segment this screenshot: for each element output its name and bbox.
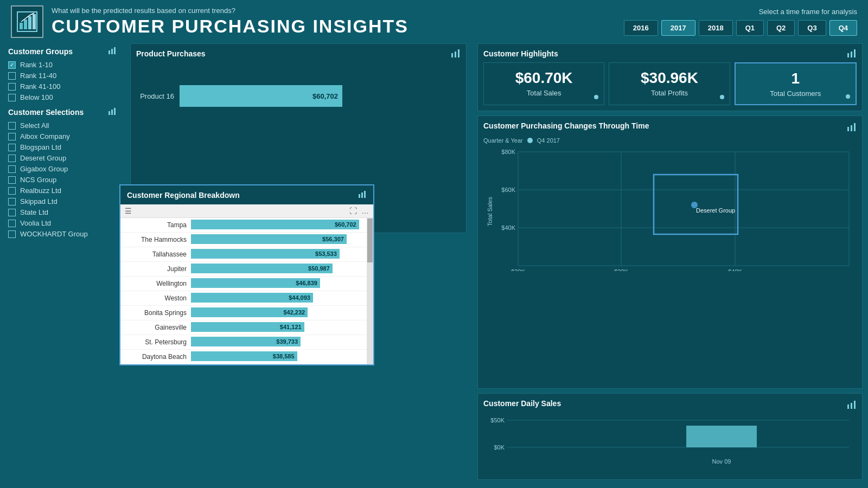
total-profits-label: Total Profits [617, 89, 721, 97]
selection-item[interactable]: State Ltd [8, 208, 117, 216]
selection-item[interactable]: Blogspan Ltd [8, 143, 117, 151]
regional-scrollbar[interactable] [367, 218, 373, 364]
checkbox[interactable] [8, 165, 16, 173]
group-label: Rank 11-40 [20, 72, 56, 80]
year-2018-button[interactable]: 2018 [699, 20, 733, 36]
regional-bar-wrap: $50,987 [191, 264, 368, 274]
svg-rect-11 [451, 53, 453, 57]
svg-rect-50 [364, 191, 366, 198]
group-item[interactable]: Below 100 [8, 93, 117, 101]
svg-rect-18 [851, 125, 852, 131]
regional-bar: $53,533 [191, 249, 340, 259]
selection-label: State Ltd [20, 208, 48, 216]
regional-bar-wrap: $39,733 [191, 337, 368, 348]
regional-body: Tampa $60,702 The Hammocks $56,307 Talla… [120, 218, 373, 364]
maximize-icon[interactable]: ⛶ [349, 207, 357, 215]
svg-rect-41 [854, 401, 856, 409]
selection-item[interactable]: Gigabox Group [8, 165, 117, 173]
checkbox[interactable] [8, 94, 16, 101]
scatter-panel: Customer Purchasing Changes Through Time… [477, 115, 863, 389]
checkbox[interactable] [8, 83, 16, 91]
q1-button[interactable]: Q1 [736, 20, 764, 36]
svg-rect-1 [20, 23, 23, 29]
regional-row: Wellington $46,839 [120, 277, 373, 291]
regional-bar-wrap: $53,533 [191, 249, 368, 260]
daily-sales-panel: Customer Daily Sales $50K $0K [477, 393, 863, 480]
sidebar: Customer Groups ✓Rank 1-10Rank 11-40Rank… [0, 41, 125, 483]
product-bar-value: $60,702 [312, 92, 338, 100]
customer-highlights-title: Customer Highlights [483, 49, 857, 58]
selection-item[interactable]: Deseret Group [8, 154, 117, 162]
svg-rect-7 [114, 47, 116, 54]
regional-toolbar-right: ⛶ … [349, 207, 369, 215]
header-title-group: What will be the predicted results based… [52, 7, 409, 37]
regional-bar: $41,121 [191, 322, 304, 332]
selection-item[interactable]: Select All [8, 121, 117, 130]
checkbox[interactable] [8, 72, 16, 80]
selection-label: WOCKHARDT Group [20, 230, 88, 238]
customer-selections-title: Customer Selections [8, 107, 117, 117]
regional-city: Gainesville [126, 324, 191, 331]
regional-row: Daytona Beach $38,585 [120, 350, 373, 364]
checkbox[interactable] [8, 133, 16, 140]
group-item[interactable]: Rank 41-100 [8, 82, 117, 91]
selection-item[interactable]: Realbuzz Ltd [8, 187, 117, 195]
svg-text:$30K: $30K [614, 268, 628, 271]
checkbox[interactable] [8, 122, 16, 130]
selection-label: Select All [20, 121, 49, 130]
selection-item[interactable]: Voolia Ltd [8, 219, 117, 227]
ellipsis-icon[interactable]: … [361, 207, 369, 215]
hamburger-icon[interactable]: ☰ [125, 207, 132, 215]
selection-item[interactable]: WOCKHARDT Group [8, 230, 117, 238]
header-subtitle: What will be the predicted results based… [52, 7, 409, 15]
checkbox[interactable]: ✓ [8, 61, 16, 69]
q4-button[interactable]: Q4 [829, 20, 857, 36]
regional-bar: $44,093 [191, 293, 313, 303]
right-content: Customer Highlights $60.70K Total Sales … [472, 41, 868, 483]
svg-rect-39 [847, 404, 849, 409]
checkbox[interactable] [8, 220, 16, 227]
regional-row: Bonita Springs $42,232 [120, 306, 373, 320]
regional-row: Jupiter $50,987 [120, 262, 373, 277]
groups-list: ✓Rank 1-10Rank 11-40Rank 41-100Below 100 [8, 61, 117, 101]
regional-city: Jupiter [126, 265, 191, 273]
checkbox[interactable] [8, 144, 16, 151]
group-item[interactable]: ✓Rank 1-10 [8, 61, 117, 69]
selection-item[interactable]: Aibox Company [8, 132, 117, 140]
checkbox[interactable] [8, 155, 16, 162]
checkbox[interactable] [8, 187, 16, 195]
svg-rect-40 [851, 403, 852, 409]
svg-text:$60K: $60K [501, 187, 515, 193]
regional-city: Bonita Springs [126, 309, 191, 317]
selection-item[interactable]: Skippad Ltd [8, 197, 117, 206]
svg-rect-14 [847, 53, 849, 57]
svg-text:Deseret Group: Deseret Group [696, 207, 735, 214]
product-bar-container: Product 16 $60,702 [136, 85, 461, 107]
header-left: What will be the predicted results based… [11, 5, 409, 38]
svg-rect-49 [361, 192, 363, 198]
regional-toolbar-icons: ☰ [125, 207, 132, 215]
regional-title: Customer Regional Breakdown [127, 191, 240, 200]
q3-button[interactable]: Q3 [798, 20, 826, 36]
product-label: Product 16 [136, 92, 174, 100]
checkbox[interactable] [8, 230, 16, 238]
daily-sales-svg: $50K $0K Nov 09 [483, 415, 857, 469]
svg-rect-15 [851, 52, 852, 57]
selections-list: Select AllAibox CompanyBlogspan LtdDeser… [8, 121, 117, 238]
svg-text:Nov 09: Nov 09 [712, 458, 731, 465]
checkbox[interactable] [8, 209, 16, 216]
regional-bar: $60,702 [191, 220, 359, 229]
checkbox[interactable] [8, 198, 16, 206]
time-select-label: Select a time frame for analysis [759, 8, 857, 16]
total-profits-card: $30.96K Total Profits [609, 62, 730, 105]
q2-button[interactable]: Q2 [767, 20, 795, 36]
selection-item[interactable]: NCS Group [8, 176, 117, 184]
year-2016-button[interactable]: 2016 [624, 20, 658, 36]
group-item[interactable]: Rank 11-40 [8, 72, 117, 80]
year-2017-button[interactable]: 2017 [661, 20, 695, 36]
svg-text:Total Sales: Total Sales [487, 197, 493, 226]
header-title: CUSTOMER PURCHASING INSIGHTS [52, 16, 409, 37]
regional-city: Tallahassee [126, 251, 191, 258]
checkbox[interactable] [8, 176, 16, 184]
chart-bar-icon [108, 46, 117, 56]
